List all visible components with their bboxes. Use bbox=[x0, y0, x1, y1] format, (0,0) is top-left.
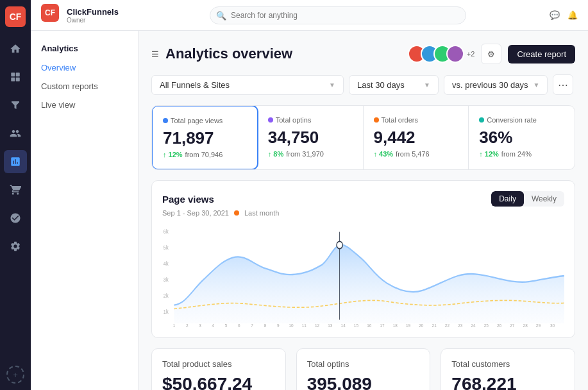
stat-up-arrow: ↑ 12% bbox=[163, 151, 183, 158]
sidebar-icon-contacts[interactable] bbox=[4, 122, 27, 145]
page-header-right: +2 ⚙ Create report bbox=[408, 44, 575, 64]
topbar-logo: CF bbox=[41, 4, 59, 22]
period-chevron-icon: ▼ bbox=[424, 81, 430, 89]
stat-dot-blue bbox=[163, 118, 168, 123]
stats-grid: Total page views 71,897 ↑ 12% from 70,94… bbox=[151, 105, 575, 170]
chart-title: Page views bbox=[162, 194, 214, 205]
stat-value-orders: 9,442 bbox=[374, 128, 458, 148]
stat-up-conversion: ↑ 12% bbox=[479, 150, 499, 158]
chat-icon[interactable]: 💬 bbox=[550, 10, 560, 20]
card-total-customers-title: Total customers bbox=[451, 359, 564, 369]
svg-text:5k: 5k bbox=[164, 244, 169, 251]
stat-up-optins: ↑ 8% bbox=[268, 150, 283, 158]
settings-button[interactable]: ⚙ bbox=[481, 44, 501, 64]
stat-change-optins: ↑ 8% from 31,970 bbox=[268, 150, 353, 158]
svg-text:12: 12 bbox=[315, 322, 319, 327]
sidebar-icon-pages[interactable] bbox=[4, 65, 27, 89]
daily-toggle-button[interactable]: Daily bbox=[491, 191, 524, 207]
period-filter[interactable]: Last 30 days ▼ bbox=[349, 75, 439, 95]
nav-item-live-view[interactable]: Live view bbox=[31, 96, 138, 114]
svg-text:21: 21 bbox=[432, 322, 437, 327]
svg-text:6: 6 bbox=[238, 322, 240, 327]
more-options-button[interactable]: ⋯ bbox=[553, 74, 573, 95]
card-product-sales-title: Total product sales bbox=[162, 359, 275, 369]
brand-name: ClickFunnels bbox=[67, 7, 119, 17]
svg-text:4k: 4k bbox=[164, 260, 169, 267]
svg-text:14: 14 bbox=[341, 322, 346, 327]
stat-dot-orange bbox=[374, 117, 379, 123]
topbar-brand: ClickFunnels Owner bbox=[67, 7, 119, 24]
card-total-optins-value: 395,089 bbox=[307, 374, 420, 390]
svg-text:5: 5 bbox=[225, 322, 228, 327]
main-content: ☰ Analytics overview +2 ⚙ Create report bbox=[139, 31, 588, 390]
icon-sidebar: CF + bbox=[0, 0, 31, 390]
stat-dot-purple bbox=[268, 117, 273, 123]
stat-value-optins: 34,750 bbox=[268, 128, 353, 148]
sidebar-icon-ecom[interactable] bbox=[4, 178, 27, 201]
brand-sub: Owner bbox=[67, 17, 119, 24]
create-report-button[interactable]: Create report bbox=[508, 45, 575, 64]
stat-label-orders: Total orders bbox=[374, 116, 458, 124]
bell-icon[interactable]: 🔔 bbox=[567, 10, 578, 20]
chart-subtitle: Sep 1 - Sep 30, 2021 Last month bbox=[162, 209, 564, 217]
stat-card-conversion: Conversion rate 36% ↑ 12% from 24% bbox=[469, 106, 575, 169]
svg-text:29: 29 bbox=[536, 322, 541, 327]
chart-section: Page views Daily Weekly Sep 1 - Sep 30, … bbox=[151, 180, 575, 338]
sidebar-icon-analytics[interactable] bbox=[4, 150, 27, 173]
svg-text:15: 15 bbox=[354, 322, 358, 327]
svg-text:30: 30 bbox=[550, 322, 555, 327]
svg-text:28: 28 bbox=[523, 322, 528, 327]
hamburger-icon[interactable]: ☰ bbox=[151, 49, 159, 59]
card-product-sales-value: $50,667.24 bbox=[162, 374, 275, 390]
weekly-toggle-button[interactable]: Weekly bbox=[524, 191, 564, 207]
comparison-filter[interactable]: vs. previous 30 days ▼ bbox=[444, 75, 548, 95]
sidebar-icon-settings[interactable] bbox=[4, 235, 27, 258]
stat-value-page-views: 71,897 bbox=[163, 128, 247, 148]
nav-item-custom-reports[interactable]: Custom reports bbox=[31, 77, 138, 96]
nav-item-overview[interactable]: Overview bbox=[31, 58, 138, 77]
svg-text:19: 19 bbox=[406, 322, 410, 327]
funnel-filter-label: All Funnels & Sites bbox=[160, 80, 230, 90]
sidebar-icon-members[interactable] bbox=[4, 207, 27, 230]
svg-text:2: 2 bbox=[186, 322, 189, 327]
stat-label-conversion: Conversion rate bbox=[479, 116, 564, 124]
funnel-filter[interactable]: All Funnels & Sites ▼ bbox=[151, 75, 344, 95]
brand-logo[interactable]: CF bbox=[5, 6, 26, 27]
avatars-group: +2 bbox=[408, 45, 475, 63]
card-product-sales: Total product sales $50,667.24 ↑ 12% fro… bbox=[151, 348, 286, 390]
topbar: CF ClickFunnels Owner 🔍 💬 🔔 bbox=[31, 0, 588, 31]
svg-point-11 bbox=[337, 241, 342, 248]
avatar-count: +2 bbox=[467, 50, 475, 58]
page-views-chart: 6k 5k 4k 3k 2k 1k bbox=[162, 225, 564, 327]
svg-text:3k: 3k bbox=[164, 276, 169, 283]
last-month-dot bbox=[234, 210, 239, 216]
stat-label-page-views: Total page views bbox=[163, 117, 247, 124]
page-header: ☰ Analytics overview +2 ⚙ Create report bbox=[151, 44, 575, 64]
svg-text:13: 13 bbox=[328, 322, 332, 327]
svg-text:6k: 6k bbox=[164, 228, 169, 235]
svg-text:1k: 1k bbox=[164, 309, 169, 316]
stat-label-optins: Total optins bbox=[268, 116, 353, 124]
sidebar-icon-home[interactable] bbox=[4, 37, 27, 60]
chart-header: Page views Daily Weekly bbox=[162, 191, 564, 207]
stat-card-optins: Total optins 34,750 ↑ 8% from 31,970 bbox=[258, 106, 364, 169]
search-icon: 🔍 bbox=[216, 10, 226, 20]
sidebar-icon-funnel[interactable] bbox=[4, 94, 27, 117]
svg-text:1: 1 bbox=[173, 322, 176, 327]
comparison-chevron-icon: ▼ bbox=[533, 81, 540, 89]
comparison-filter-label: vs. previous 30 days bbox=[452, 80, 528, 90]
stat-dot-teal bbox=[479, 117, 484, 123]
sidebar-add-button[interactable]: + bbox=[6, 366, 24, 384]
svg-text:26: 26 bbox=[497, 322, 501, 327]
search-input[interactable] bbox=[210, 6, 466, 24]
chart-container: 6k 5k 4k 3k 2k 1k bbox=[162, 225, 564, 327]
svg-text:9: 9 bbox=[277, 322, 280, 327]
stat-change-page-views: ↑ 12% from 70,946 bbox=[163, 151, 247, 158]
svg-text:25: 25 bbox=[484, 322, 489, 327]
card-total-customers-value: 768,221 bbox=[451, 374, 564, 390]
page-title: Analytics overview bbox=[165, 46, 292, 62]
svg-rect-0 bbox=[11, 72, 15, 76]
svg-text:2k: 2k bbox=[164, 292, 169, 299]
chart-toggle: Daily Weekly bbox=[491, 191, 564, 207]
stat-change-conversion: ↑ 12% from 24% bbox=[479, 150, 564, 158]
